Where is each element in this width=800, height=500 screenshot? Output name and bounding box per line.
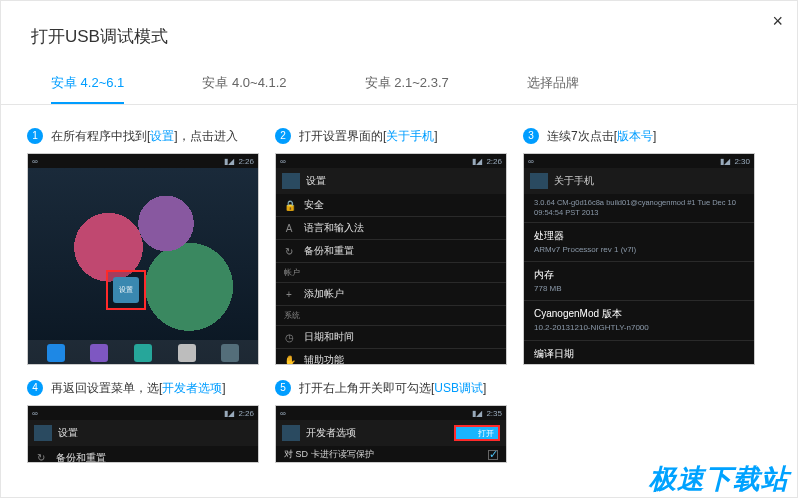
signal-icon: ▮◢ bbox=[224, 157, 234, 166]
step-text: 再返回设置菜单，选[开发者选项] bbox=[51, 379, 261, 397]
clock: 2:26 bbox=[486, 157, 502, 166]
phone-settings-partial: ∞ ▮◢2:26 设置 ↻备份和重置 bbox=[27, 405, 259, 463]
wifi-icon: ∞ bbox=[280, 157, 286, 166]
status-bar: ∞ ▮◢2:26 bbox=[276, 154, 506, 168]
step-badge: 3 bbox=[523, 128, 539, 144]
list-item: ↻备份和重置 bbox=[276, 240, 506, 263]
about-builddate: 编译日期Tue Dec 10 08:51:18 PST 2013 bbox=[524, 341, 754, 365]
clock: 2:30 bbox=[734, 157, 750, 166]
status-bar: ∞ ▮◢2:26 bbox=[28, 154, 258, 168]
phone-settings-list: ∞ ▮◢2:26 设置 🔒安全 A语言和输入法 ↻备份和重置 帐户 +添加帐户 … bbox=[275, 153, 507, 365]
list-item: +添加帐户 bbox=[276, 283, 506, 306]
tabs: 安卓 4.2~6.1 安卓 4.0~4.1.2 安卓 2.1~2.3.7 选择品… bbox=[1, 66, 797, 105]
apps-icon bbox=[221, 344, 239, 362]
back-icon bbox=[34, 425, 52, 441]
step-text: 打开右上角开关即可勾选[USB调试] bbox=[299, 379, 509, 397]
camera-icon bbox=[178, 344, 196, 362]
phone-homescreen: ∞ ▮◢2:26 设置 bbox=[27, 153, 259, 365]
hand-icon: ✋ bbox=[284, 355, 294, 366]
list-item: 🔒安全 bbox=[276, 194, 506, 217]
section-accounts: 帐户 bbox=[276, 263, 506, 283]
step-badge: 2 bbox=[275, 128, 291, 144]
wifi-icon: ∞ bbox=[528, 157, 534, 166]
step-badge: 1 bbox=[27, 128, 43, 144]
section-system: 系统 bbox=[276, 306, 506, 326]
list-item: A语言和输入法 bbox=[276, 217, 506, 240]
close-icon[interactable]: × bbox=[772, 11, 783, 32]
contacts-icon bbox=[90, 344, 108, 362]
modal-title: 打开USB调试模式 bbox=[1, 1, 797, 66]
tab-select-brand[interactable]: 选择品牌 bbox=[527, 66, 579, 104]
usb-debug-modal: × 打开USB调试模式 安卓 4.2~6.1 安卓 4.0~4.1.2 安卓 2… bbox=[0, 0, 798, 498]
lang-icon: A bbox=[284, 223, 294, 234]
step-badge: 5 bbox=[275, 380, 291, 396]
step-text: 连续7次点击[版本号] bbox=[547, 127, 757, 145]
about-cm: CyanogenMod 版本10.2-20131210-NIGHTLY-n700… bbox=[524, 301, 754, 340]
tab-android-40-412[interactable]: 安卓 4.0~4.1.2 bbox=[202, 66, 286, 104]
messaging-icon bbox=[134, 344, 152, 362]
step-3: 3 连续7次点击[版本号] ∞ ▮◢2:30 关于手机 3.0.64 CM-g0… bbox=[523, 127, 757, 365]
step-text: 在所有程序中找到[设置]，点击进入 bbox=[51, 127, 261, 145]
about-header: 关于手机 bbox=[524, 168, 754, 194]
devoptions-header: 开发者选项 打开 bbox=[276, 420, 506, 446]
plus-icon: + bbox=[284, 289, 294, 300]
kernel-info: 3.0.64 CM-g0d16c8a build01@cyanogenmod #… bbox=[524, 194, 754, 223]
list-item: ↻备份和重置 bbox=[28, 446, 258, 463]
step-badge: 4 bbox=[27, 380, 43, 396]
clock: 2:26 bbox=[238, 409, 254, 418]
signal-icon: ▮◢ bbox=[472, 409, 482, 418]
dock bbox=[28, 340, 258, 365]
clock-icon: ◷ bbox=[284, 332, 294, 343]
step-5: 5 打开右上角开关即可勾选[USB调试] ∞ ▮◢2:35 开发者选项 打开 对… bbox=[275, 379, 509, 463]
about-mem: 内存778 MB bbox=[524, 262, 754, 301]
list-item: 对 SD 卡进行读写保护 bbox=[276, 446, 506, 463]
backup-icon: ↻ bbox=[36, 452, 46, 463]
clock: 2:35 bbox=[486, 409, 502, 418]
list-item: ◷日期和时间 bbox=[276, 326, 506, 349]
wifi-icon: ∞ bbox=[32, 409, 38, 418]
settings-app-icon: 设置 bbox=[113, 277, 139, 303]
status-bar: ∞ ▮◢2:30 bbox=[524, 154, 754, 168]
signal-icon: ▮◢ bbox=[720, 157, 730, 166]
step-1: 1 在所有程序中找到[设置]，点击进入 ∞ ▮◢2:26 设置 bbox=[27, 127, 261, 365]
back-icon bbox=[282, 425, 300, 441]
steps-grid: 1 在所有程序中找到[设置]，点击进入 ∞ ▮◢2:26 设置 bbox=[1, 105, 797, 475]
list-item: ✋辅助功能 bbox=[276, 349, 506, 365]
phone-devoptions-partial: ∞ ▮◢2:35 开发者选项 打开 对 SD 卡进行读写保护 调试必须申请读写 … bbox=[275, 405, 507, 463]
step-4: 4 再返回设置菜单，选[开发者选项] ∞ ▮◢2:26 设置 ↻备份和重置 bbox=[27, 379, 261, 463]
settings-icon-highlight: 设置 bbox=[106, 270, 146, 310]
wifi-icon: ∞ bbox=[32, 157, 38, 166]
phone-icon bbox=[47, 344, 65, 362]
backup-icon: ↻ bbox=[284, 246, 294, 257]
back-icon bbox=[530, 173, 548, 189]
devoptions-toggle-highlight: 打开 bbox=[454, 425, 500, 441]
checkbox-icon bbox=[488, 450, 498, 460]
lock-icon: 🔒 bbox=[284, 200, 294, 211]
status-bar: ∞ ▮◢2:26 bbox=[28, 406, 258, 420]
phone-about: ∞ ▮◢2:30 关于手机 3.0.64 CM-g0d16c8a build01… bbox=[523, 153, 755, 365]
tab-android-21-237[interactable]: 安卓 2.1~2.3.7 bbox=[365, 66, 449, 104]
wifi-icon: ∞ bbox=[280, 409, 286, 418]
about-cpu: 处理器ARMv7 Processor rev 1 (v7l) bbox=[524, 223, 754, 262]
tab-android-42-61[interactable]: 安卓 4.2~6.1 bbox=[51, 66, 124, 104]
settings-header: 设置 bbox=[28, 420, 258, 446]
step-text: 打开设置界面的[关于手机] bbox=[299, 127, 509, 145]
watermark: 极速下载站 bbox=[649, 461, 789, 497]
signal-icon: ▮◢ bbox=[224, 409, 234, 418]
status-bar: ∞ ▮◢2:35 bbox=[276, 406, 506, 420]
back-icon bbox=[282, 173, 300, 189]
step-2: 2 打开设置界面的[关于手机] ∞ ▮◢2:26 设置 🔒安全 A语言和输入法 … bbox=[275, 127, 509, 365]
settings-header: 设置 bbox=[276, 168, 506, 194]
signal-icon: ▮◢ bbox=[472, 157, 482, 166]
clock: 2:26 bbox=[238, 157, 254, 166]
